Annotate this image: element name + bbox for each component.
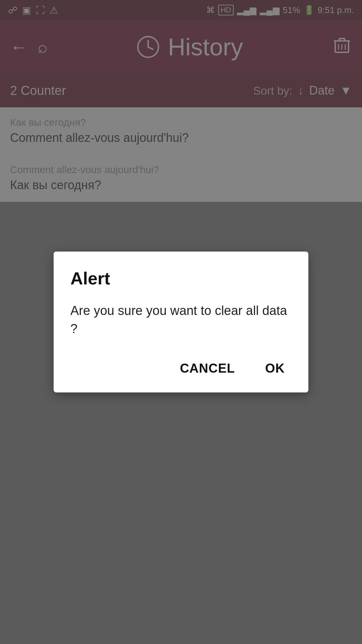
dialog-overlay: Alert Are you sure you want to clear all… — [0, 0, 362, 644]
alert-dialog: Alert Are you sure you want to clear all… — [54, 252, 308, 392]
dialog-buttons: CANCEL OK — [70, 358, 292, 379]
ok-button[interactable]: OK — [258, 358, 292, 379]
dialog-title: Alert — [70, 268, 292, 288]
cancel-button[interactable]: CANCEL — [173, 358, 242, 379]
dialog-message: Are you sure you want to clear all data … — [70, 302, 292, 337]
